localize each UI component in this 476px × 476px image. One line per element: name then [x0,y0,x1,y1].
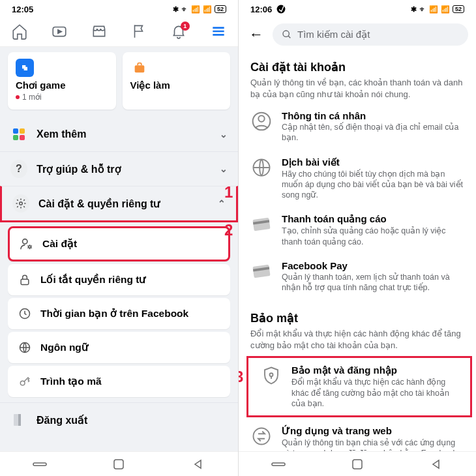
svg-rect-28 [272,463,285,466]
settings-label: Cài đặt [42,238,77,250]
account-settings-block: Cài đặt tài khoản Quản lý thông tin về b… [239,51,476,104]
security-title: Bảo mật [250,311,464,325]
svg-point-17 [277,5,286,13]
shortcut-gaming[interactable]: Chơi game 1 mới [8,52,116,110]
item-desc: Cập nhật tên, số điện thoại và địa chỉ e… [282,122,464,143]
globe-icon [250,156,273,179]
svg-point-6 [20,202,23,205]
svg-point-7 [23,239,27,244]
logout-label: Đăng xuất [37,414,87,426]
annotation-1: 1 [224,183,233,201]
translate-item[interactable]: Dịch bài viếtHãy cho chúng tôi biết tùy … [239,150,476,207]
android-nav [239,451,476,476]
home-icon[interactable] [11,23,28,42]
back-arrow-icon[interactable]: ← [246,26,266,43]
gear-icon [12,195,29,212]
back-button[interactable] [429,457,443,471]
menu-icon[interactable] [210,23,227,42]
shortcut-jobs[interactable]: Việc làm [123,52,231,110]
settings-search[interactable]: Tìm kiếm cài đặt [273,23,468,46]
watch-icon[interactable] [51,23,68,42]
security-block: Bảo mật Đổi mật khẩu và thực hiện các hà… [239,299,476,355]
shortcut-title: Việc làm [130,80,223,91]
chevron-down-icon: ⌄ [220,164,228,174]
code-generator-card[interactable]: Trình tạo mã [8,366,230,397]
status-time: 12:05 [12,5,33,14]
shortcut-title: Chơi game [16,80,108,91]
svg-rect-1 [134,65,144,72]
android-nav [0,451,238,476]
gaming-icon [16,59,34,77]
lock-icon [17,272,33,288]
battery-icon: 52 [453,5,464,13]
item-title: Thông tin cá nhân [282,110,464,121]
account-settings-desc: Quản lý thông tin về bạn, các khoản than… [250,77,464,100]
svg-point-18 [283,31,289,37]
code-gen-label: Trình tạo mã [40,376,102,387]
time-label: Thời gian bạn ở trên Facebook [40,308,188,320]
search-placeholder: Tìm kiếm cài đặt [297,29,370,40]
svg-rect-5 [20,135,25,140]
facebook-pay-item[interactable]: Facebook PayQuản lý thanh toán, xem lịch… [239,254,476,300]
status-bar: 12:06 ✱ᯤ📶📶 52 [239,0,476,18]
privacy-shortcuts-card[interactable]: Lối tắt quyền riêng tư [8,264,230,295]
home-button[interactable] [350,457,364,471]
settings-card[interactable]: Cài đặt [8,226,230,261]
recents-button[interactable] [271,457,286,471]
status-icons: ✱ᯤ📶📶 52 [411,5,464,14]
shortcut-sub: 1 mới [16,93,108,102]
status-time: 12:06 [250,5,286,14]
notif-badge: 1 [181,22,190,31]
item-desc: Tạo, chỉnh sửa quảng cáo hoặc quản lý vi… [282,226,464,247]
key-icon [17,374,33,389]
item-title: Thanh toán quảng cáo [282,213,464,225]
home-button[interactable] [112,457,126,471]
help-icon: ? [10,160,27,177]
swap-icon [250,425,273,447]
item-desc: Quản lý thanh toán, xem lịch sử thanh to… [282,272,464,293]
svg-rect-9 [21,279,29,284]
recents-button[interactable] [33,457,47,471]
help-label: Trợ giúp & hỗ trợ [37,163,121,175]
shield-icon [260,364,282,387]
ad-payments-item[interactable]: Thanh toán quảng cáoTạo, chỉnh sửa quảng… [239,207,476,254]
logout-row[interactable]: Đăng xuất [0,402,238,437]
svg-point-26 [270,374,273,377]
search-icon [282,29,292,40]
bell-icon[interactable]: 1 [170,23,187,42]
battery-icon: 52 [215,5,226,13]
person-circle-icon [250,110,273,132]
item-desc: Hãy cho chúng tôi biết tùy chọn dịch mà … [282,169,464,201]
svg-point-8 [29,246,31,248]
status-icons: ✱ᯤ📶📶 52 [173,5,226,14]
item-title: Facebook Pay [282,260,464,271]
back-button[interactable] [191,457,205,471]
card-icon [250,213,273,235]
card-icon [250,260,273,282]
personal-info-item[interactable]: Thông tin cá nhânCập nhật tên, số điện t… [239,104,476,150]
shortcut-row: Chơi game 1 mới Việc làm [0,47,238,117]
see-more-row[interactable]: Xem thêm ⌄ [0,117,238,151]
svg-rect-29 [353,460,362,469]
language-card[interactable]: Ngôn ngữ [8,332,230,363]
flag-icon[interactable] [130,23,147,42]
security-desc: Đổi mật khẩu và thực hiện các hành động … [250,328,464,351]
annotation-3: 3 [238,368,243,386]
red-dot-icon [16,95,20,99]
svg-rect-15 [33,463,46,466]
marketplace-icon[interactable] [91,23,108,42]
time-on-fb-card[interactable]: Thời gian bạn ở trên Facebook [8,298,230,329]
svg-rect-2 [13,128,18,134]
logout-icon [10,411,27,428]
svg-point-20 [258,115,264,121]
svg-rect-4 [13,135,18,140]
help-support-row[interactable]: ? Trợ giúp & hỗ trợ ⌄ [0,151,238,186]
settings-privacy-row[interactable]: Cài đặt & quyền riêng tư ⌃ [0,186,238,222]
svg-point-27 [254,428,270,445]
top-nav: 1 [0,18,238,47]
security-login-item[interactable]: Bảo mật và đăng nhậpĐổi mật khẩu và thực… [246,356,472,417]
jobs-icon [130,59,149,77]
settings-privacy-label: Cài đặt & quyền riêng tư [38,198,160,210]
apps-icon [10,126,27,143]
annotation-2: 2 [224,221,233,239]
